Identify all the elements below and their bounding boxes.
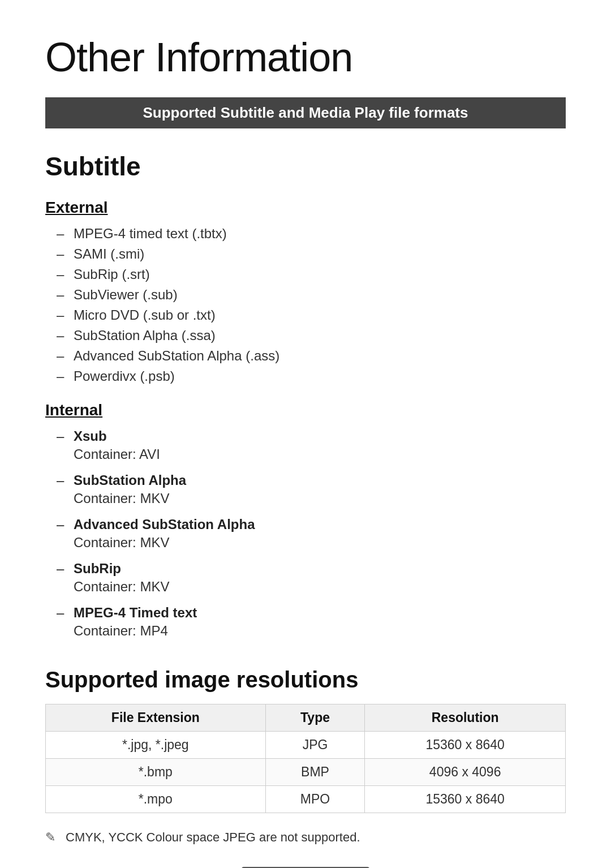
internal-item-desc: Container: MP4 bbox=[57, 623, 566, 639]
internal-item: Advanced SubStation Alpha Container: MKV bbox=[45, 517, 566, 551]
note-text: CMYK, YCCK Colour space JPEG are not sup… bbox=[45, 830, 566, 845]
section-header-bar: Supported Subtitle and Media Play file f… bbox=[45, 97, 566, 128]
list-item: Powerdivx (.psb) bbox=[57, 368, 566, 384]
internal-item-desc: Container: AVI bbox=[57, 446, 566, 462]
internal-item-desc: Container: MKV bbox=[57, 579, 566, 595]
list-item: SubStation Alpha (.ssa) bbox=[57, 328, 566, 343]
internal-item-desc: Container: MKV bbox=[57, 535, 566, 551]
internal-item-title: SubStation Alpha bbox=[57, 472, 566, 488]
internal-item-title: SubRip bbox=[57, 561, 566, 577]
table-cell: 4096 x 4096 bbox=[365, 759, 566, 786]
table-cell: JPG bbox=[265, 732, 365, 759]
list-item: MPEG-4 timed text (.tbtx) bbox=[57, 226, 566, 242]
table-row: *.bmp BMP 4096 x 4096 bbox=[46, 759, 566, 786]
external-subsection: External MPEG-4 timed text (.tbtx) SAMI … bbox=[45, 199, 566, 384]
internal-subsection: Internal Xsub Container: AVI SubStation … bbox=[45, 401, 566, 639]
table-header-resolution: Resolution bbox=[365, 704, 566, 732]
list-item: SubRip (.srt) bbox=[57, 267, 566, 282]
page-container: Other Information Supported Subtitle and… bbox=[0, 0, 611, 868]
table-cell: BMP bbox=[265, 759, 365, 786]
table-row: *.jpg, *.jpeg JPG 15360 x 8640 bbox=[46, 732, 566, 759]
image-resolution-title: Supported image resolutions bbox=[45, 667, 566, 693]
list-item: SAMI (.smi) bbox=[57, 246, 566, 262]
table-header-type: Type bbox=[265, 704, 365, 732]
internal-item: Xsub Container: AVI bbox=[45, 428, 566, 462]
external-label: External bbox=[45, 199, 566, 217]
table-cell: 15360 x 8640 bbox=[365, 786, 566, 813]
table-header-row: File Extension Type Resolution bbox=[46, 704, 566, 732]
table-cell: *.bmp bbox=[46, 759, 266, 786]
image-resolution-section: Supported image resolutions File Extensi… bbox=[45, 667, 566, 845]
table-cell: 15360 x 8640 bbox=[365, 732, 566, 759]
external-list: MPEG-4 timed text (.tbtx) SAMI (.smi) Su… bbox=[45, 226, 566, 384]
internal-item-title: Advanced SubStation Alpha bbox=[57, 517, 566, 532]
internal-item-title: MPEG-4 Timed text bbox=[57, 605, 566, 621]
list-item: SubViewer (.sub) bbox=[57, 287, 566, 303]
table-cell: MPO bbox=[265, 786, 365, 813]
table-cell: *.jpg, *.jpeg bbox=[46, 732, 266, 759]
internal-item: MPEG-4 Timed text Container: MP4 bbox=[45, 605, 566, 639]
list-item: Advanced SubStation Alpha (.ass) bbox=[57, 348, 566, 364]
internal-item-title: Xsub bbox=[57, 428, 566, 444]
page-title: Other Information bbox=[45, 34, 566, 80]
internal-item: SubStation Alpha Container: MKV bbox=[45, 472, 566, 506]
subtitle-section: Subtitle External MPEG-4 timed text (.tb… bbox=[45, 151, 566, 639]
internal-item-desc: Container: MKV bbox=[57, 491, 566, 506]
table-header-file-ext: File Extension bbox=[46, 704, 266, 732]
table-row: *.mpo MPO 15360 x 8640 bbox=[46, 786, 566, 813]
table-cell: *.mpo bbox=[46, 786, 266, 813]
internal-label: Internal bbox=[45, 401, 566, 419]
subtitle-section-title: Subtitle bbox=[45, 151, 566, 182]
list-item: Micro DVD (.sub or .txt) bbox=[57, 307, 566, 323]
image-resolution-table: File Extension Type Resolution *.jpg, *.… bbox=[45, 704, 566, 813]
internal-item: SubRip Container: MKV bbox=[45, 561, 566, 595]
